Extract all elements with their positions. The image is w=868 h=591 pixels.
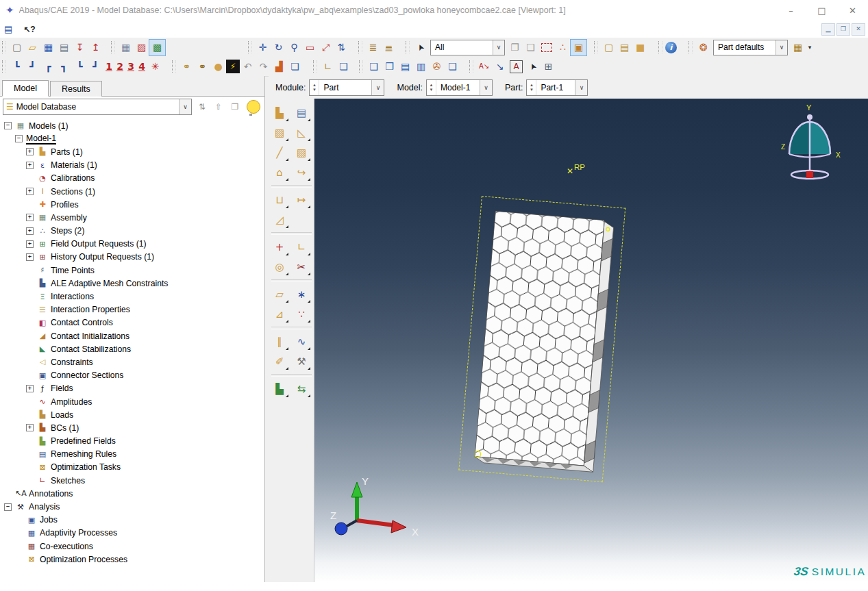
tree-item-predefined-fields[interactable]: ▙Predefined Fields [1, 435, 264, 448]
part-1-geometry[interactable] [474, 211, 617, 477]
tree-spinner-icon[interactable]: ⇅ [196, 101, 208, 113]
tree-item-field-output-requests-1[interactable]: +⊞Field Output Requests (1) [1, 238, 264, 251]
collapse-toggle[interactable]: − [15, 135, 23, 142]
database-dropdown-icon[interactable]: ∨ [179, 99, 191, 114]
parent-item-icon[interactable]: ⇧ [212, 101, 225, 113]
tree-item-bcs-1[interactable]: +▙BCs (1) [1, 421, 264, 434]
expand-toggle[interactable]: + [26, 240, 34, 248]
show-points-icon[interactable]: ∴ [555, 40, 571, 55]
rotate-view-icon[interactable]: ↻ [271, 40, 286, 55]
open-model-icon[interactable]: ▱ [25, 40, 40, 55]
create-cut-sweep-button[interactable]: ↦ [293, 191, 311, 209]
remove-cells-button[interactable]: ✂ [293, 258, 311, 276]
print-icon[interactable]: ▤ [56, 40, 72, 55]
create-datum-axis-button[interactable]: ∗ [293, 286, 311, 303]
expand-toggle[interactable]: + [26, 188, 34, 195]
expand-toggle[interactable]: + [26, 424, 34, 431]
tree-item-interactions[interactable]: ΞInteractions [1, 290, 264, 303]
user-view-2-icon[interactable]: 2 [114, 59, 125, 75]
tree-item-loads[interactable]: ▙Loads [1, 408, 264, 421]
tab-results[interactable]: Results [50, 81, 102, 97]
collapse-toggle[interactable]: − [4, 503, 12, 511]
tree-item-interaction-properties[interactable]: ☰Interaction Properties [1, 303, 264, 316]
tree-item-model-1[interactable]: −Model-1 [1, 132, 264, 145]
module-dropdown-icon[interactable]: ∨ [371, 80, 384, 95]
query-chart-icon[interactable]: ▟ [271, 59, 287, 75]
tree-item-ale-adaptive-mesh-constraints[interactable]: ▙ALE Adaptive Mesh Constraints [1, 277, 264, 290]
view-back-icon[interactable]: ┛ [25, 59, 40, 75]
tree-item-remeshing-rules[interactable]: ▤Remeshing Rules [1, 448, 264, 461]
create-solid-revolve-button[interactable]: ◺ [293, 124, 311, 142]
create-datum-point-button[interactable]: ∵ [293, 305, 311, 323]
viewport-spiral-icon[interactable]: ✇ [429, 59, 445, 75]
mdi-close-icon[interactable]: ✕ [852, 23, 865, 36]
partition-edge-button[interactable]: ∥ [271, 333, 289, 351]
user-view-3-icon[interactable]: 3 [125, 59, 136, 75]
expand-toggle[interactable]: + [26, 148, 34, 155]
view-right-icon[interactable]: ┛ [88, 59, 103, 75]
tree-item-constraints[interactable]: ◁Constraints [1, 355, 264, 368]
user-view-1-icon[interactable]: 1 [103, 59, 114, 75]
viewport-maximize-icon[interactable]: ❑ [366, 59, 382, 75]
tab-model[interactable]: Model [2, 80, 49, 97]
module-spinner[interactable]: ▲▼ [310, 80, 319, 95]
lightbulb-icon[interactable] [247, 100, 260, 114]
tree-item-parts-1[interactable]: +▙Parts (1) [1, 145, 264, 158]
tree-item-contact-stabilizations[interactable]: ◣Contact Stabilizations [1, 342, 264, 355]
select-cursor-icon[interactable]: ➤ [410, 37, 431, 58]
save-model-icon[interactable]: ▦ [40, 40, 56, 55]
view-compass[interactable]: Y Z X [778, 101, 846, 194]
selection-filter[interactable]: All∨ [430, 40, 505, 55]
model-spinner[interactable]: ▲▼ [427, 80, 436, 95]
create-reference-point-button[interactable]: + [271, 238, 289, 256]
hidden-line-render-icon[interactable]: ▤ [617, 40, 632, 55]
create-shell-extrude-button[interactable]: ▨ [293, 144, 311, 162]
auto-fit-view-icon[interactable]: ⤢ [318, 40, 334, 55]
render-beam-profiles-icon[interactable]: ≣ [365, 40, 381, 55]
import-database-icon[interactable]: ↧ [72, 40, 88, 55]
viewport-canvas[interactable]: Y Z X ✕ RP [314, 99, 868, 582]
boolean-rings-filled-icon[interactable]: ⚭ [195, 59, 210, 75]
tree-item-jobs[interactable]: ▣Jobs [1, 514, 264, 527]
view-iso-icon[interactable]: ✳ [147, 59, 163, 75]
tree-item-fields[interactable]: +ƒFields [1, 382, 264, 395]
tree-item-time-points[interactable]: ♯Time Points [1, 264, 264, 277]
maximize-window-icon[interactable]: □ [806, 0, 837, 21]
viewport-manager-icon[interactable]: ❏ [445, 59, 460, 75]
view-front-icon[interactable]: ┗ [9, 59, 25, 75]
tree-item-materials-1[interactable]: +εMaterials (1) [1, 159, 264, 172]
create-cut-extrude-button[interactable]: ⊔ [271, 191, 289, 209]
tree-item-assembly[interactable]: +▦Assembly [1, 211, 264, 224]
object-snap-a-icon[interactable]: ❐ [507, 40, 523, 55]
create-part-button[interactable]: ▙ [271, 104, 289, 122]
selection-filter-dropdown-icon[interactable]: ∨ [493, 40, 504, 55]
user-view-4-icon[interactable]: 4 [136, 59, 147, 75]
mdi-minimize-icon[interactable]: ▁ [821, 23, 835, 36]
tree-item-steps-2[interactable]: +∴Steps (2) [1, 225, 264, 238]
display-group-cube-icon[interactable]: ▩ [149, 40, 165, 55]
probe-flash-icon[interactable]: ⚡ [226, 60, 240, 73]
create-solid-extrude-button[interactable]: ▧ [271, 124, 289, 142]
magnify-view-icon[interactable]: ⚲ [286, 40, 302, 55]
table-dialog-icon[interactable]: ❏ [336, 59, 351, 75]
tree-item-co-executions[interactable]: ▦Co-executions [1, 540, 264, 553]
tree-item-optimization-processes[interactable]: ⊠Optimization Processes [1, 553, 264, 566]
close-window-icon[interactable]: ✕ [837, 0, 868, 21]
boolean-rings-outline-icon[interactable]: ⚭ [179, 59, 195, 75]
manager-dialog-icon[interactable]: ❏ [287, 59, 303, 75]
annotation-arrow-icon[interactable]: ↘ [492, 59, 508, 75]
viewport-tile-horizontal-icon[interactable]: ▤ [397, 59, 413, 75]
box-zoom-view-icon[interactable]: ▭ [302, 40, 318, 55]
tree-item-optimization-tasks[interactable]: ⊠Optimization Tasks [1, 461, 264, 474]
pan-view-icon[interactable]: ✛ [255, 40, 271, 55]
cycle-views-icon[interactable]: ⇅ [334, 40, 349, 55]
viewport-tile-vertical-icon[interactable]: ▥ [413, 59, 429, 75]
expand-toggle[interactable]: + [26, 227, 34, 235]
tree-item-amplitudes[interactable]: ∿Amplitudes [1, 395, 264, 408]
annotation-text-icon[interactable]: A [510, 60, 523, 73]
partition-face-sketch-button[interactable]: ∿ [293, 333, 311, 351]
create-datum-csys-button[interactable]: ⊿ [271, 305, 289, 323]
annotation-arrow-text-icon[interactable]: A↘ [476, 59, 492, 75]
color-code-mode[interactable]: Part defaults∨ [713, 40, 788, 55]
annotation-manager-icon[interactable]: ⊞ [541, 59, 556, 75]
